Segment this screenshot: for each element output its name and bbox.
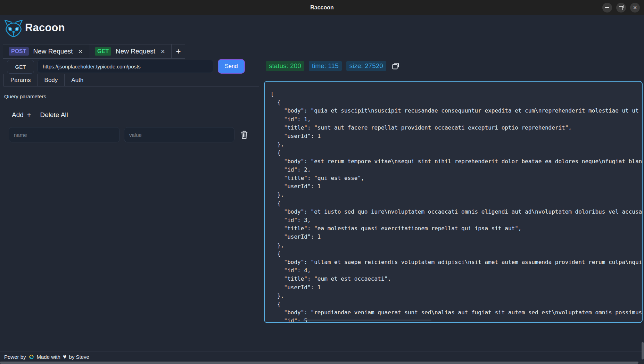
made-with-text: Made with bbox=[37, 354, 60, 360]
response-json[interactable]: [ { "body": "quia et suscipit\nsuscipit … bbox=[265, 82, 642, 323]
tab-auth-label: Auth bbox=[71, 77, 83, 84]
get-method-badge: GET bbox=[95, 47, 111, 56]
window-title: Raccoon bbox=[0, 0, 644, 15]
plus-icon: + bbox=[27, 111, 31, 118]
tab-label: New Request bbox=[33, 48, 73, 55]
copy-response-button[interactable] bbox=[391, 62, 400, 70]
response-panel[interactable]: [ { "body": "quia et suscipit\nsuscipit … bbox=[264, 81, 643, 323]
minimize-button[interactable] bbox=[602, 3, 612, 13]
new-tab-button[interactable]: + bbox=[172, 44, 185, 58]
tab-post-new-request[interactable]: POST New Request ✕ bbox=[3, 44, 89, 58]
request-config-tabs: Params Body Auth bbox=[3, 74, 90, 86]
method-select[interactable]: GET bbox=[7, 60, 34, 74]
minimize-icon bbox=[605, 7, 609, 8]
response-horizontal-scrollbar[interactable] bbox=[303, 320, 431, 321]
method-value: GET bbox=[15, 64, 26, 70]
delete-all-button[interactable]: Delete All bbox=[38, 110, 70, 120]
status-badge: status: 200 bbox=[266, 61, 304, 71]
tab-params-label: Params bbox=[10, 77, 31, 84]
restore-button[interactable] bbox=[616, 3, 626, 13]
tauri-icon bbox=[28, 354, 34, 360]
time-badge: time: 115 bbox=[309, 61, 342, 71]
post-method-badge: POST bbox=[9, 47, 29, 56]
close-icon: ✕ bbox=[633, 5, 637, 10]
tab-label: New Request bbox=[116, 48, 155, 55]
raccoon-logo-icon bbox=[3, 18, 24, 40]
tab-body[interactable]: Body bbox=[38, 74, 65, 86]
titlebar[interactable]: Raccoon ✕ bbox=[0, 0, 644, 15]
add-label: Add bbox=[12, 111, 24, 119]
tab-auth[interactable]: Auth bbox=[65, 74, 90, 86]
send-button[interactable]: Send bbox=[218, 59, 245, 74]
tab-close-icon[interactable]: ✕ bbox=[160, 48, 166, 55]
tab-close-icon[interactable]: ✕ bbox=[77, 48, 83, 55]
author-text: by Steve bbox=[69, 354, 89, 360]
delete-all-label: Delete All bbox=[40, 111, 68, 119]
param-name-input[interactable] bbox=[9, 127, 120, 142]
close-button[interactable]: ✕ bbox=[630, 3, 640, 13]
size-badge: size: 27520 bbox=[346, 61, 386, 71]
delete-param-button[interactable] bbox=[239, 129, 249, 141]
tab-get-new-request[interactable]: GET New Request ✕ bbox=[89, 44, 172, 58]
tab-body-label: Body bbox=[44, 77, 58, 84]
copy-icon bbox=[391, 62, 400, 70]
power-by-text: Power by bbox=[4, 354, 26, 360]
add-param-button[interactable]: Add + bbox=[10, 110, 33, 120]
vertical-scrollbar[interactable] bbox=[642, 342, 644, 359]
request-tabstrip: POST New Request ✕ GET New Request ✕ + bbox=[3, 44, 185, 59]
app-window: Raccoon ✕ Racoon POST New Request bbox=[0, 0, 644, 364]
footer: Power by Made with ♥ by Steve bbox=[4, 354, 89, 360]
restore-icon bbox=[619, 6, 623, 10]
param-actions: Add + Delete All bbox=[10, 110, 70, 120]
subtabs-underline bbox=[3, 86, 259, 86]
trash-icon bbox=[240, 130, 249, 140]
param-value-input[interactable] bbox=[124, 127, 234, 142]
footer-divider bbox=[0, 351, 644, 351]
query-parameters-label: Query parameters bbox=[4, 93, 46, 99]
response-meta-row: status: 200 time: 115 size: 27520 bbox=[266, 61, 400, 71]
plus-icon: + bbox=[176, 47, 181, 56]
tab-params[interactable]: Params bbox=[4, 74, 38, 86]
app-title: Racoon bbox=[25, 22, 65, 34]
horizontal-scrollbar[interactable] bbox=[0, 362, 638, 364]
url-input[interactable] bbox=[38, 60, 213, 73]
heart-icon: ♥ bbox=[63, 354, 67, 360]
